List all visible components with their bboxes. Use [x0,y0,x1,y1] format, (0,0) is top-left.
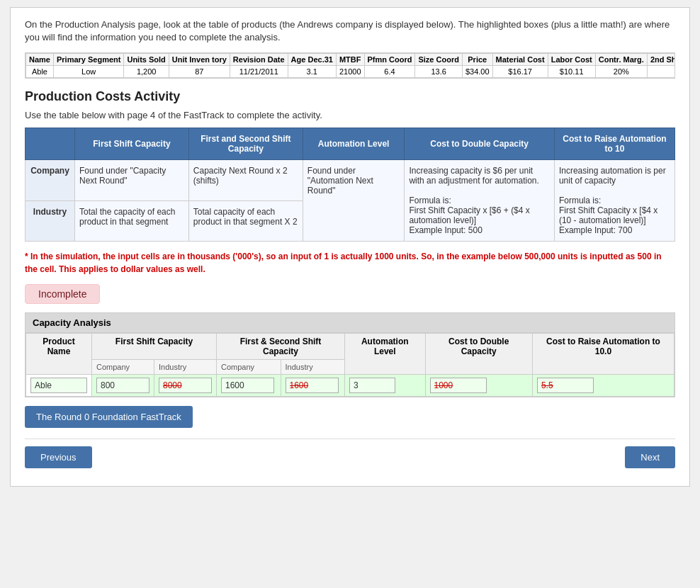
sub-industry-1: Industry [154,360,217,375]
previous-button[interactable]: Previous [25,446,92,468]
col-size: Size Coord [415,54,462,66]
section-subtext: Use the table below with page 4 of the F… [25,110,675,120]
page-container: On the Production Analysis page, look at… [10,7,690,487]
sub-industry-2: Industry [281,360,345,375]
company-first-second: Capacity Next Round x 2 (shifts) [188,160,303,201]
row-pfmn: 6.4 [364,66,415,78]
row-name: Able [26,66,54,78]
row-able-product [26,375,92,397]
next-button[interactable]: Next [625,446,675,468]
industry-first-shift: Total the capacity of each product in th… [75,200,189,242]
th-cost-double: Cost to Double Capacity [425,334,532,375]
automation-input[interactable] [349,378,395,393]
row-material: $16.17 [492,66,548,78]
cost-raise-info: Increasing automation is per unit of cap… [554,160,674,242]
section-heading: Production Costs Activity [25,89,675,104]
cell-first-shift-company[interactable] [92,375,154,397]
blank-header [26,128,75,160]
col-primary-seg: Primary Segment [53,54,123,66]
th-product-name: Product Name [26,334,92,375]
sub-company-2: Company [217,360,281,375]
incomplete-label[interactable]: Incomplete [25,284,100,304]
col-units-sold: Units Sold [124,54,169,66]
cell-first-second-company[interactable] [217,375,281,397]
col-rev-date: Revision Date [230,54,288,66]
automation-level-info: Found under "Automation Next Round" [303,160,405,242]
row-mtbf: 21000 [336,66,364,78]
first-second-company-input[interactable] [221,378,274,393]
col-automation-level: Automation Level [303,128,405,160]
col-cost-double: Cost to Double Capacity [405,128,555,160]
capacity-table: Product Name First Shift Capacity First … [26,333,674,397]
cell-automation[interactable] [345,375,426,397]
sub-company-1: Company [92,360,154,375]
label-company: Company [26,160,75,201]
col-material: Material Cost [492,54,548,66]
company-first-shift: Found under "Capacity Next Round" [75,160,189,201]
nav-bar: Previous Next [25,439,675,475]
col-price: Price [462,54,492,66]
capacity-section: Capacity Analysis Product Name First Shi… [25,312,675,397]
col-cost-raise: Cost to Raise Automation to 10 [554,128,674,160]
cell-first-shift-industry[interactable] [154,375,217,397]
first-shift-company-input[interactable] [96,378,149,393]
cell-cost-raise[interactable] [532,375,674,397]
col-labor: Labor Cost [548,54,595,66]
th-cost-raise: Cost to Raise Automation to 10.0 [532,334,674,375]
col-name: Name [26,54,54,66]
row-inv: 87 [169,66,230,78]
row-seg: Low [53,66,123,78]
col-first-second: First and Second Shift Capacity [188,128,303,160]
intro-text: On the Production Analysis page, look at… [25,18,675,44]
row-units: 1,200 [124,66,169,78]
product-name-input[interactable] [30,378,87,393]
col-pfmn: Pfmn Coord [364,54,415,66]
col-age: Age Dec.31 [288,54,336,66]
row-price: $34.00 [462,66,492,78]
col-2nd-shift: 2nd Shift & Over-time [647,54,675,66]
col-first-shift: First Shift Capacity [75,128,189,160]
col-unit-inv: Unit Inven tory [169,54,230,66]
cell-first-second-industry[interactable] [281,375,345,397]
first-second-industry-input[interactable] [286,378,339,393]
row-contr: 20% [595,66,647,78]
row-size: 13.6 [415,66,462,78]
info-table: First Shift Capacity First and Second Sh… [25,128,675,242]
industry-first-second: Total capacity of each product in that s… [188,200,303,242]
row-2nd: 63% [647,66,675,78]
cost-raise-input[interactable] [537,378,594,393]
capacity-header: Capacity Analysis [26,313,674,333]
warning-text: * In the simulation, the input cells are… [25,250,675,276]
col-mtbf: MTBF [336,54,364,66]
th-automation: Automation Level [345,334,426,375]
col-contr: Contr. Marg. [595,54,647,66]
label-industry: Industry [26,200,75,242]
prod-table-wrapper: Name Primary Segment Units Sold Unit Inv… [25,52,675,79]
cost-double-input[interactable] [430,378,487,393]
th-first-shift: First Shift Capacity [92,334,217,360]
prod-table: Name Primary Segment Units Sold Unit Inv… [26,53,675,78]
row-labor: $10.11 [548,66,595,78]
cost-double-info: Increasing capacity is $6 per unit with … [405,160,555,242]
cell-cost-double[interactable] [425,375,532,397]
first-shift-industry-input[interactable] [159,378,212,393]
row-age: 3.1 [288,66,336,78]
row-rev: 11/21/2011 [230,66,288,78]
th-first-second: First & Second Shift Capacity [217,334,345,360]
incomplete-badge[interactable]: Incomplete [25,284,675,312]
fasttrack-button[interactable]: The Round 0 Foundation FastTrack [25,406,193,428]
